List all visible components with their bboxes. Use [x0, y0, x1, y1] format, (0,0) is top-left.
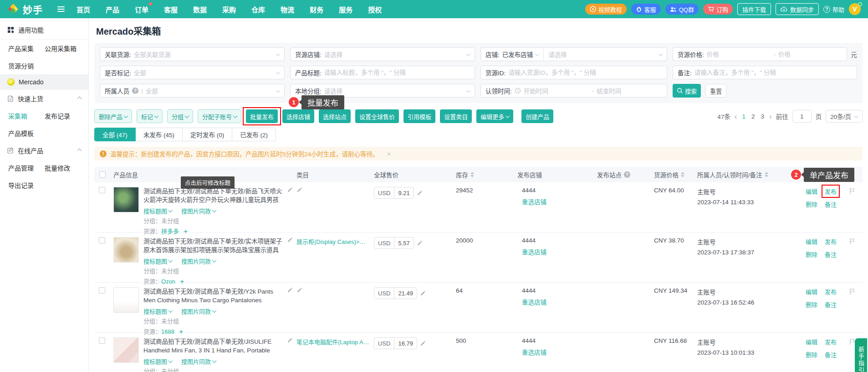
page-2[interactable]: 2 [751, 113, 756, 120]
menu-orders[interactable]: 订单 [135, 5, 148, 14]
product-thumbnail[interactable] [113, 237, 139, 263]
flag-icon[interactable] [849, 288, 855, 295]
menu-data[interactable]: 数据 [193, 5, 207, 14]
select-shop-button[interactable]: 选择店铺 [282, 109, 314, 123]
delete-link[interactable]: 删除 [806, 350, 817, 359]
app-logo[interactable]: 妙手 [7, 2, 43, 16]
newbie-guide-ribbon[interactable]: 新手指引 [855, 338, 867, 372]
row-checkbox[interactable] [99, 287, 105, 294]
search-by-title-link[interactable]: 搜标题图 [143, 307, 172, 315]
sidebar-item-export-record[interactable]: 导出记录 [0, 181, 45, 190]
search-button[interactable]: 搜索 [673, 84, 701, 98]
edit-title-icon[interactable] [287, 337, 293, 343]
tab-all[interactable]: 全部 (47) [94, 128, 136, 141]
sidebar-section-mercado[interactable]: Mercado [0, 74, 88, 90]
video-tutorial-button[interactable]: 视频教程 [585, 4, 627, 15]
product-thumbnail[interactable] [113, 187, 139, 212]
help-button[interactable]: ? 帮助 [823, 5, 844, 14]
shop-type-value[interactable]: 已发布店铺 [502, 50, 533, 59]
menu-purchase[interactable]: 采购 [222, 5, 236, 14]
sort-icon[interactable] [765, 172, 768, 177]
mark-select[interactable]: 是否标记: 全部 [100, 66, 285, 79]
shop-compound-select[interactable]: 店铺: 已发布店铺 请选择 [480, 47, 667, 61]
page-3[interactable]: 3 [760, 113, 766, 120]
sort-icon[interactable] [470, 172, 474, 177]
edit-category-icon[interactable] [296, 287, 302, 293]
edit-link[interactable]: 编辑 [806, 187, 817, 196]
sidebar-item-public-box[interactable]: 公用采集箱 [45, 44, 77, 53]
menu-finance[interactable]: 财务 [310, 5, 323, 14]
claim-start-placeholder[interactable]: 开始时间 [524, 86, 589, 95]
search-by-image-link[interactable]: 搜图片同款 [181, 207, 216, 215]
publish-link[interactable]: 发布 [825, 337, 837, 346]
row-checkbox[interactable] [99, 337, 105, 344]
product-title[interactable]: 测试商品拍下无效/测试商品下单无效/Y2k Pants Men Clothing… [143, 287, 282, 305]
page-1[interactable]: 1 [741, 113, 747, 120]
product-title[interactable]: 测试商品拍下无效/测试商品下单无效/JISULIFE Handheld Mini… [143, 337, 282, 355]
page-size-select[interactable]: 20条/页 [826, 110, 863, 123]
global-price-editor[interactable]: USD 16.79 [374, 337, 417, 349]
menu-authorization[interactable]: 授权 [368, 5, 382, 14]
sidebar-item-batch-modify[interactable]: 批量修改 [45, 163, 70, 172]
sidebar-item-product-collect[interactable]: 产品采集 [0, 44, 45, 53]
publish-link[interactable]: 发布 [825, 187, 837, 196]
user-avatar[interactable]: V [849, 3, 861, 15]
mark-button[interactable]: 标记 [137, 109, 163, 123]
source-id-input[interactable] [508, 69, 662, 76]
row-checkbox[interactable] [99, 187, 105, 193]
shop-select-placeholder[interactable]: 请选择 [548, 50, 656, 59]
use-template-button[interactable]: 引用模板 [403, 109, 435, 123]
order-subscribe-button[interactable]: 订购 [703, 4, 733, 15]
select-site-button[interactable]: 选择站点 [319, 109, 351, 123]
edit-link[interactable]: 编辑 [806, 237, 817, 246]
global-price-editor[interactable]: USD 5.57 [374, 237, 414, 249]
search-by-title-link[interactable]: 搜标题图 [143, 257, 172, 265]
close-icon[interactable]: × [387, 150, 391, 158]
sidebar-item-collect-box[interactable]: 采集箱 [0, 111, 45, 120]
edit-link[interactable]: 编辑 [806, 287, 817, 296]
search-by-image-link[interactable]: 搜图片同款 [181, 257, 216, 265]
reset-button[interactable]: 重置 [705, 84, 726, 98]
edit-category-icon[interactable] [296, 187, 302, 193]
publish-link[interactable]: 发布 [825, 287, 837, 296]
select-all-checkbox[interactable] [99, 171, 106, 178]
plugin-download-button[interactable]: 插件下载 [737, 3, 771, 15]
tab-unpublished[interactable]: 未发布 (45) [136, 128, 183, 141]
assign-subaccount-button[interactable]: 分配子账号 [198, 109, 241, 123]
category-link[interactable]: 笔记本电脑配件(Laptop Acc... [296, 337, 370, 346]
owner-select[interactable]: 所属人员 ? : 全部 [100, 84, 285, 98]
remark-input[interactable] [694, 69, 852, 76]
edit-link[interactable]: 编辑 [806, 337, 817, 346]
search-by-image-link[interactable]: 搜图片同款 [181, 307, 216, 315]
delete-link[interactable]: 删除 [806, 200, 817, 208]
create-product-button[interactable]: 创建产品 [521, 109, 553, 123]
menu-warehouse[interactable]: 仓库 [251, 5, 265, 14]
flag-icon[interactable] [849, 338, 855, 345]
sidebar-item-online-product[interactable]: 在线产品 [0, 142, 88, 159]
sidebar-item-publish-record[interactable]: 发布记录 [45, 111, 70, 120]
global-price-editor[interactable]: USD 9.21 [374, 187, 414, 199]
delete-product-button[interactable]: 删除产品 [94, 109, 132, 123]
edit-price-icon[interactable] [420, 290, 426, 296]
related-source-select[interactable]: 关联货源: 全部关联货源 [100, 47, 285, 61]
qq-group-button[interactable]: QQ群 [665, 4, 699, 15]
batch-publish-button[interactable]: 批量发布 [246, 109, 278, 123]
sidebar-item-distribution[interactable]: 货源分销 [0, 61, 45, 70]
tab-scheduled[interactable]: 定时发布 (0) [183, 128, 232, 141]
header-owner[interactable]: 所属人员/认领时间/备注 [697, 170, 806, 179]
edit-price-icon[interactable] [417, 240, 423, 246]
tab-published[interactable]: 已发布 (2) [232, 128, 276, 141]
product-title-input[interactable] [324, 69, 470, 76]
goto-page-input[interactable] [792, 110, 812, 123]
prev-page-icon[interactable]: ‹ [735, 113, 737, 120]
set-category-button[interactable]: 设置类目 [440, 109, 472, 123]
reselect-shop-link[interactable]: 重选店铺 [522, 197, 593, 206]
menu-services[interactable]: 服务 [339, 5, 352, 14]
group-button[interactable]: 分组 [167, 109, 193, 123]
product-thumbnail[interactable] [113, 337, 139, 363]
claim-end-placeholder[interactable]: 结束时间 [597, 86, 662, 95]
sort-icon[interactable] [681, 172, 684, 177]
remark-link[interactable]: 备注 [825, 250, 837, 258]
next-page-icon[interactable]: › [769, 113, 772, 120]
sidebar-item-product-template[interactable]: 产品模板 [0, 129, 45, 138]
